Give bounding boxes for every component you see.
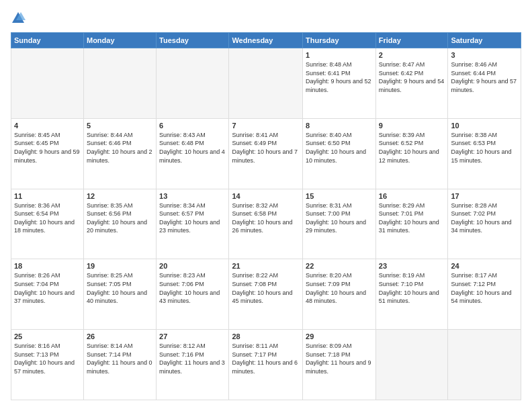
day-cell: 29Sunrise: 8:09 AM Sunset: 7:18 PM Dayli…	[303, 330, 376, 400]
day-info: Sunrise: 8:19 AM Sunset: 7:10 PM Dayligh…	[379, 271, 445, 305]
day-cell: 5Sunrise: 8:44 AM Sunset: 6:46 PM Daylig…	[83, 118, 156, 189]
day-cell: 8Sunrise: 8:40 AM Sunset: 6:50 PM Daylig…	[303, 118, 376, 189]
calendar-table: SundayMondayTuesdayWednesdayThursdayFrid…	[11, 32, 521, 400]
day-number: 4	[14, 122, 81, 130]
day-info: Sunrise: 8:46 AM Sunset: 6:44 PM Dayligh…	[451, 60, 518, 94]
day-cell	[11, 48, 84, 119]
day-info: Sunrise: 8:43 AM Sunset: 6:48 PM Dayligh…	[159, 131, 226, 165]
day-info: Sunrise: 8:48 AM Sunset: 6:41 PM Dayligh…	[306, 60, 373, 94]
day-cell: 24Sunrise: 8:17 AM Sunset: 7:12 PM Dayli…	[448, 259, 521, 330]
day-number: 2	[379, 51, 445, 59]
day-info: Sunrise: 8:34 AM Sunset: 6:57 PM Dayligh…	[159, 201, 226, 235]
day-info: Sunrise: 8:17 AM Sunset: 7:12 PM Dayligh…	[451, 271, 518, 305]
page: SundayMondayTuesdayWednesdayThursdayFrid…	[0, 0, 532, 411]
day-number: 23	[379, 262, 445, 270]
day-number: 10	[451, 122, 518, 130]
day-cell: 9Sunrise: 8:39 AM Sunset: 6:52 PM Daylig…	[375, 118, 448, 189]
day-info: Sunrise: 8:11 AM Sunset: 7:17 PM Dayligh…	[232, 342, 300, 375]
week-row-0: 1Sunrise: 8:48 AM Sunset: 6:41 PM Daylig…	[11, 48, 521, 119]
day-number: 25	[14, 332, 81, 340]
day-info: Sunrise: 8:29 AM Sunset: 7:01 PM Dayligh…	[379, 201, 445, 235]
day-number: 21	[232, 262, 300, 270]
week-row-4: 25Sunrise: 8:16 AM Sunset: 7:13 PM Dayli…	[11, 330, 521, 400]
day-number: 14	[232, 192, 300, 200]
day-info: Sunrise: 8:38 AM Sunset: 6:53 PM Dayligh…	[451, 131, 518, 165]
day-cell: 14Sunrise: 8:32 AM Sunset: 6:58 PM Dayli…	[229, 189, 303, 259]
col-header-thursday: Thursday	[303, 33, 376, 48]
day-number: 16	[379, 192, 445, 200]
day-info: Sunrise: 8:44 AM Sunset: 6:46 PM Dayligh…	[87, 131, 153, 165]
day-cell: 19Sunrise: 8:25 AM Sunset: 7:05 PM Dayli…	[83, 259, 156, 330]
day-number: 7	[232, 122, 300, 130]
day-number: 1	[306, 51, 373, 59]
day-cell: 17Sunrise: 8:28 AM Sunset: 7:02 PM Dayli…	[448, 189, 521, 259]
week-row-2: 11Sunrise: 8:36 AM Sunset: 6:54 PM Dayli…	[11, 189, 521, 259]
col-header-tuesday: Tuesday	[157, 33, 229, 48]
day-info: Sunrise: 8:47 AM Sunset: 6:42 PM Dayligh…	[379, 60, 445, 94]
day-number: 29	[306, 332, 373, 340]
day-number: 5	[87, 122, 153, 130]
day-number: 15	[306, 192, 373, 200]
day-number: 19	[87, 262, 153, 270]
day-cell: 11Sunrise: 8:36 AM Sunset: 6:54 PM Dayli…	[11, 189, 84, 259]
day-cell: 22Sunrise: 8:20 AM Sunset: 7:09 PM Dayli…	[303, 259, 376, 330]
day-cell	[229, 48, 303, 119]
day-info: Sunrise: 8:32 AM Sunset: 6:58 PM Dayligh…	[232, 201, 300, 235]
day-info: Sunrise: 8:39 AM Sunset: 6:52 PM Dayligh…	[379, 131, 445, 165]
col-header-saturday: Saturday	[448, 33, 521, 48]
day-cell: 2Sunrise: 8:47 AM Sunset: 6:42 PM Daylig…	[375, 48, 448, 119]
day-cell	[157, 48, 229, 119]
calendar-header: SundayMondayTuesdayWednesdayThursdayFrid…	[11, 33, 521, 48]
col-header-wednesday: Wednesday	[229, 33, 303, 48]
day-info: Sunrise: 8:25 AM Sunset: 7:05 PM Dayligh…	[87, 271, 153, 305]
day-info: Sunrise: 8:31 AM Sunset: 7:00 PM Dayligh…	[306, 201, 373, 235]
day-number: 22	[306, 262, 373, 270]
col-header-sunday: Sunday	[11, 33, 84, 48]
col-header-monday: Monday	[83, 33, 156, 48]
day-number: 24	[451, 262, 518, 270]
col-header-friday: Friday	[375, 33, 448, 48]
day-cell	[375, 330, 448, 400]
day-cell: 28Sunrise: 8:11 AM Sunset: 7:17 PM Dayli…	[229, 330, 303, 400]
day-cell: 27Sunrise: 8:12 AM Sunset: 7:16 PM Dayli…	[157, 330, 229, 400]
day-cell: 13Sunrise: 8:34 AM Sunset: 6:57 PM Dayli…	[157, 189, 229, 259]
day-info: Sunrise: 8:12 AM Sunset: 7:16 PM Dayligh…	[159, 342, 226, 375]
day-cell: 10Sunrise: 8:38 AM Sunset: 6:53 PM Dayli…	[448, 118, 521, 189]
logo-icon	[11, 11, 26, 26]
day-cell: 20Sunrise: 8:23 AM Sunset: 7:06 PM Dayli…	[157, 259, 229, 330]
header	[11, 11, 521, 26]
day-cell: 15Sunrise: 8:31 AM Sunset: 7:00 PM Dayli…	[303, 189, 376, 259]
day-number: 28	[232, 332, 300, 340]
day-number: 26	[87, 332, 153, 340]
day-info: Sunrise: 8:14 AM Sunset: 7:14 PM Dayligh…	[87, 342, 153, 375]
day-info: Sunrise: 8:45 AM Sunset: 6:45 PM Dayligh…	[14, 131, 81, 165]
day-number: 17	[451, 192, 518, 200]
day-cell: 18Sunrise: 8:26 AM Sunset: 7:04 PM Dayli…	[11, 259, 84, 330]
day-number: 8	[306, 122, 373, 130]
day-info: Sunrise: 8:23 AM Sunset: 7:06 PM Dayligh…	[159, 271, 226, 305]
day-cell: 23Sunrise: 8:19 AM Sunset: 7:10 PM Dayli…	[375, 259, 448, 330]
day-number: 20	[159, 262, 226, 270]
day-cell: 4Sunrise: 8:45 AM Sunset: 6:45 PM Daylig…	[11, 118, 84, 189]
week-row-1: 4Sunrise: 8:45 AM Sunset: 6:45 PM Daylig…	[11, 118, 521, 189]
day-cell: 6Sunrise: 8:43 AM Sunset: 6:48 PM Daylig…	[157, 118, 229, 189]
day-cell: 12Sunrise: 8:35 AM Sunset: 6:56 PM Dayli…	[83, 189, 156, 259]
day-number: 11	[14, 192, 81, 200]
day-number: 9	[379, 122, 445, 130]
calendar-body: 1Sunrise: 8:48 AM Sunset: 6:41 PM Daylig…	[11, 48, 521, 400]
day-cell: 3Sunrise: 8:46 AM Sunset: 6:44 PM Daylig…	[448, 48, 521, 119]
day-cell	[448, 330, 521, 400]
logo	[11, 11, 28, 26]
day-number: 27	[159, 332, 226, 340]
day-info: Sunrise: 8:22 AM Sunset: 7:08 PM Dayligh…	[232, 271, 300, 305]
header-row: SundayMondayTuesdayWednesdayThursdayFrid…	[11, 33, 521, 48]
day-info: Sunrise: 8:09 AM Sunset: 7:18 PM Dayligh…	[306, 342, 373, 375]
day-number: 3	[451, 51, 518, 59]
day-cell: 21Sunrise: 8:22 AM Sunset: 7:08 PM Dayli…	[229, 259, 303, 330]
day-info: Sunrise: 8:28 AM Sunset: 7:02 PM Dayligh…	[451, 201, 518, 235]
week-row-3: 18Sunrise: 8:26 AM Sunset: 7:04 PM Dayli…	[11, 259, 521, 330]
day-cell: 16Sunrise: 8:29 AM Sunset: 7:01 PM Dayli…	[375, 189, 448, 259]
day-info: Sunrise: 8:35 AM Sunset: 6:56 PM Dayligh…	[87, 201, 153, 235]
day-number: 18	[14, 262, 81, 270]
day-number: 12	[87, 192, 153, 200]
